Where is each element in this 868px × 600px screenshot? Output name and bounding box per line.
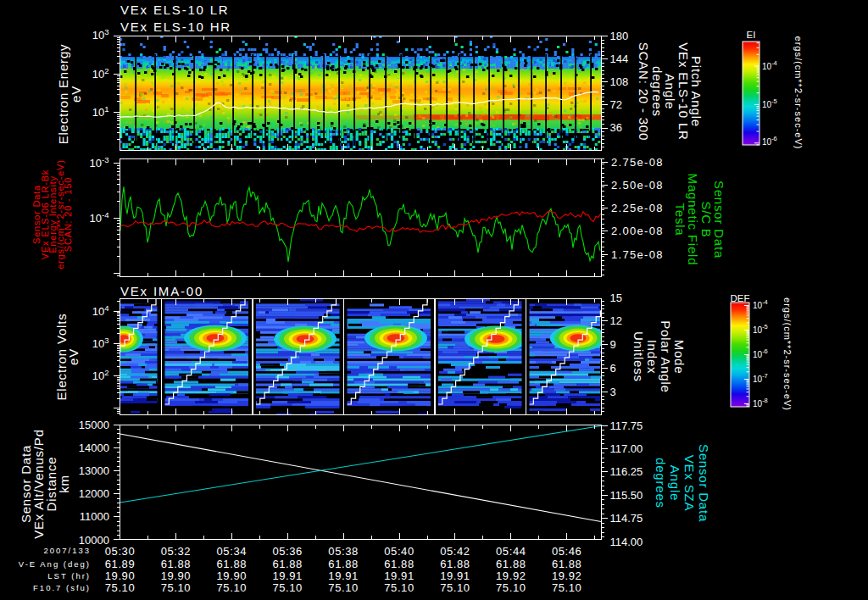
- svg-text:19.90: 19.90: [161, 569, 192, 582]
- svg-text:19.92: 19.92: [552, 569, 582, 582]
- svg-text:2.50e-08: 2.50e-08: [611, 179, 664, 192]
- svg-text:13000: 13000: [79, 464, 109, 477]
- svg-text:75.10: 75.10: [161, 581, 192, 594]
- svg-text:15: 15: [610, 292, 622, 304]
- svg-text:19.91: 19.91: [272, 569, 303, 582]
- svg-text:36: 36: [610, 121, 622, 134]
- svg-text:19.91: 19.91: [440, 569, 470, 582]
- svg-text:116.25: 116.25: [610, 465, 643, 478]
- svg-text:Angle: Angle: [663, 74, 677, 109]
- svg-text:19.90: 19.90: [217, 569, 248, 582]
- svg-text:61.88: 61.88: [384, 558, 415, 570]
- svg-text:75.10: 75.10: [384, 581, 415, 594]
- svg-text:ergs/(cm**2-sr-sec-eV): ergs/(cm**2-sr-sec-eV): [793, 36, 804, 150]
- svg-text:DEF: DEF: [731, 293, 750, 303]
- svg-text:SCAN: 20 - 300: SCAN: 20 - 300: [637, 42, 651, 141]
- svg-text:2007/133: 2007/133: [43, 546, 91, 555]
- svg-text:VEx ELS-10 HR: VEx ELS-10 HR: [120, 19, 231, 34]
- svg-text:05:30: 05:30: [105, 545, 136, 558]
- svg-text:75.10: 75.10: [440, 581, 470, 594]
- svg-text:75.10: 75.10: [328, 581, 359, 594]
- svg-text:75.10: 75.10: [272, 581, 303, 594]
- svg-text:Pitch Angle: Pitch Angle: [689, 56, 704, 127]
- svg-text:05:34: 05:34: [217, 545, 248, 558]
- svg-text:75.10: 75.10: [105, 581, 136, 594]
- svg-text:6: 6: [610, 362, 616, 375]
- svg-text:05:44: 05:44: [496, 545, 526, 558]
- svg-text:SCAN: 20 - 150: SCAN: 20 - 150: [63, 177, 73, 252]
- svg-text:75.10: 75.10: [217, 581, 248, 594]
- svg-text:115.50: 115.50: [610, 489, 643, 502]
- svg-text:VEx ELS-10 LR: VEx ELS-10 LR: [120, 3, 229, 17]
- svg-text:V-E Ang (deg): V-E Ang (deg): [19, 559, 91, 569]
- svg-text:eV: eV: [66, 348, 81, 365]
- svg-text:9: 9: [610, 338, 616, 351]
- svg-text:F10.7 (sfu): F10.7 (sfu): [33, 583, 91, 592]
- svg-text:114.00: 114.00: [610, 536, 643, 548]
- svg-text:eV: eV: [69, 86, 83, 103]
- svg-text:EI: EI: [747, 30, 756, 40]
- svg-text:61.88: 61.88: [272, 558, 303, 570]
- svg-text:Angle: Angle: [668, 465, 682, 501]
- svg-text:61.89: 61.89: [105, 558, 136, 570]
- svg-text:61.88: 61.88: [161, 558, 192, 570]
- svg-text:05:38: 05:38: [328, 545, 359, 558]
- svg-text:180: 180: [610, 30, 629, 42]
- svg-text:2.00e-08: 2.00e-08: [611, 225, 664, 237]
- svg-text:108: 108: [610, 75, 629, 88]
- svg-text:19.91: 19.91: [328, 569, 359, 582]
- svg-text:VEx SZA: VEx SZA: [682, 455, 697, 511]
- svg-text:117.75: 117.75: [610, 419, 643, 432]
- svg-text:Mode: Mode: [672, 340, 687, 375]
- svg-text:14000: 14000: [79, 442, 109, 454]
- svg-text:Index: Index: [645, 340, 659, 375]
- svg-text:12000: 12000: [79, 487, 109, 500]
- svg-text:ergs/(cm**2-sr-sec-eV): ergs/(cm**2-sr-sec-eV): [782, 297, 793, 411]
- svg-text:11000: 11000: [80, 510, 109, 523]
- svg-text:05:36: 05:36: [272, 545, 303, 558]
- svg-text:75.10: 75.10: [552, 581, 582, 594]
- svg-text:61.88: 61.88: [496, 558, 526, 570]
- svg-text:VEx ELS-10 LR: VEx ELS-10 LR: [676, 42, 691, 140]
- svg-text:LST (hr): LST (hr): [47, 571, 91, 581]
- svg-text:05:40: 05:40: [384, 545, 415, 558]
- svg-text:2.25e-08: 2.25e-08: [611, 202, 664, 214]
- svg-text:72: 72: [610, 98, 622, 111]
- svg-text:05:46: 05:46: [552, 545, 582, 558]
- svg-text:Tesla: Tesla: [673, 203, 687, 236]
- svg-text:117.00: 117.00: [610, 442, 643, 455]
- svg-text:VEx IMA-00: VEx IMA-00: [120, 284, 203, 298]
- svg-text:2.75e-08: 2.75e-08: [611, 156, 664, 169]
- svg-text:15000: 15000: [79, 419, 109, 431]
- svg-text:144: 144: [610, 53, 629, 65]
- svg-text:75.10: 75.10: [496, 581, 526, 594]
- svg-text:05:42: 05:42: [440, 545, 470, 558]
- svg-text:km: km: [57, 475, 71, 493]
- svg-text:61.88: 61.88: [440, 558, 470, 570]
- svg-text:degrees: degrees: [654, 458, 668, 508]
- svg-text:degrees: degrees: [650, 66, 665, 117]
- svg-text:61.88: 61.88: [552, 558, 582, 570]
- svg-text:1.75e-08: 1.75e-08: [611, 248, 664, 261]
- svg-text:Polar Angle: Polar Angle: [659, 320, 673, 393]
- svg-text:Sensor Data: Sensor Data: [697, 444, 711, 522]
- svg-text:19.92: 19.92: [496, 569, 526, 582]
- svg-text:61.88: 61.88: [328, 558, 359, 570]
- svg-text:Unitless: Unitless: [632, 331, 646, 382]
- svg-text:12: 12: [610, 314, 622, 327]
- svg-text:3: 3: [610, 386, 616, 398]
- svg-text:114.75: 114.75: [610, 512, 643, 525]
- svg-text:05:32: 05:32: [161, 545, 192, 558]
- svg-text:19.91: 19.91: [384, 569, 415, 582]
- svg-text:19.90: 19.90: [105, 569, 136, 582]
- svg-text:61.88: 61.88: [217, 558, 248, 570]
